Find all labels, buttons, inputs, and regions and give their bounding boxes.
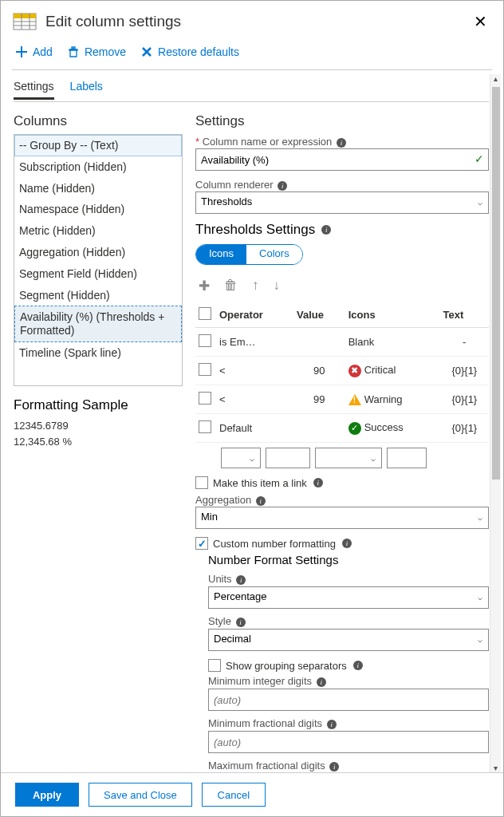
column-item[interactable]: Segment (Hidden) <box>14 285 182 306</box>
cancel-button[interactable]: Cancel <box>202 783 266 807</box>
success-icon: ✓ <box>348 422 361 435</box>
thresholds-table: Operator Value Icons Text is Em… Blank -… <box>195 302 489 443</box>
info-icon[interactable]: i <box>321 225 331 235</box>
scrollbar[interactable]: ▴ ▾ <box>490 74 501 775</box>
info-icon[interactable]: i <box>256 496 266 506</box>
threshold-row[interactable]: is Em… Blank - <box>195 328 489 357</box>
units-select[interactable]: Percentage <box>208 586 489 609</box>
th-value: Value <box>293 302 345 328</box>
tab-settings[interactable]: Settings <box>14 80 54 100</box>
column-item[interactable]: Name (Hidden) <box>14 178 182 199</box>
row-checkbox[interactable] <box>199 392 211 405</box>
save-close-button[interactable]: Save and Close <box>89 783 192 807</box>
min-frac-label: Minimum fractional digits <box>208 717 322 729</box>
column-item[interactable]: Segment Field (Hidden) <box>14 263 182 285</box>
columns-title: Columns <box>14 113 183 129</box>
style-label: Style <box>208 615 231 627</box>
restore-button[interactable]: Restore defaults <box>140 45 239 58</box>
info-icon[interactable]: i <box>236 575 246 585</box>
select-all-checkbox[interactable] <box>199 307 211 320</box>
apply-button[interactable]: Apply <box>15 783 79 807</box>
row-checkbox[interactable] <box>199 334 211 347</box>
threshold-row[interactable]: < 90 ✖Critical {0}{1} <box>195 357 489 385</box>
add-label: Add <box>33 45 53 58</box>
column-item[interactable]: -- Group By -- (Text) <box>14 135 182 156</box>
column-item[interactable]: Metric (Hidden) <box>14 220 182 242</box>
column-item-selected[interactable]: Availability (%) (Thresholds + Formatted… <box>14 306 182 342</box>
restore-label: Restore defaults <box>158 45 239 58</box>
pill-icons[interactable]: Icons <box>196 245 246 264</box>
nfs-title: Number Format Settings <box>208 553 489 566</box>
remove-label: Remove <box>85 45 126 58</box>
pill-colors[interactable]: Colors <box>246 245 302 264</box>
col-name-label: Column name or expression <box>203 136 333 148</box>
make-link-label: Make this item a link <box>213 477 307 489</box>
threshold-row[interactable]: Default ✓Success {0}{1} <box>195 414 489 443</box>
info-icon[interactable]: i <box>313 478 323 487</box>
threshold-down-icon[interactable]: ↓ <box>274 278 281 294</box>
formatting-sample-raw: 12345.6789 <box>14 418 183 434</box>
tab-labels[interactable]: Labels <box>70 80 103 100</box>
th-icons: Icons <box>345 302 440 328</box>
scrollbar-thumb[interactable] <box>492 87 500 480</box>
new-text-input[interactable] <box>387 448 427 468</box>
aggregation-label: Aggregation <box>195 494 251 506</box>
add-button[interactable]: Add <box>15 45 53 58</box>
new-icon-select[interactable] <box>315 448 382 468</box>
units-label: Units <box>208 573 232 585</box>
info-icon[interactable]: i <box>327 720 337 729</box>
column-name-input[interactable] <box>195 148 489 171</box>
columns-list: -- Group By -- (Text) Subscription (Hidd… <box>14 134 183 386</box>
svg-rect-1 <box>14 14 36 18</box>
info-icon[interactable]: i <box>353 661 363 670</box>
min-frac-input[interactable] <box>208 731 489 753</box>
info-icon[interactable]: i <box>317 677 326 687</box>
critical-icon: ✖ <box>348 365 361 377</box>
row-checkbox[interactable] <box>199 363 211 376</box>
threshold-delete-icon[interactable]: 🗑 <box>224 278 238 294</box>
remove-button[interactable]: Remove <box>67 45 126 58</box>
column-item[interactable]: Namespace (Hidden) <box>14 199 182 220</box>
custom-format-checkbox[interactable] <box>195 537 208 550</box>
min-int-input[interactable] <box>208 689 489 711</box>
make-link-checkbox[interactable] <box>195 476 208 489</box>
column-item[interactable]: Timeline (Spark line) <box>14 342 182 364</box>
close-icon[interactable]: ✕ <box>469 10 492 33</box>
max-frac-label: Maximum fractional digits <box>208 760 325 772</box>
column-item[interactable]: Subscription (Hidden) <box>14 156 182 178</box>
renderer-label: Column renderer <box>195 179 274 191</box>
table-icon <box>12 9 37 34</box>
th-operator: Operator <box>216 302 293 328</box>
info-icon[interactable]: i <box>278 181 287 191</box>
valid-icon: ✓ <box>474 152 484 165</box>
warning-icon <box>348 394 361 405</box>
grouping-checkbox[interactable] <box>208 659 221 672</box>
thresholds-title: Thresholds Settings <box>195 222 315 238</box>
threshold-row[interactable]: < 99 Warning {0}{1} <box>195 385 489 414</box>
info-icon[interactable]: i <box>342 539 352 548</box>
formatting-sample-formatted: 12,345.68 % <box>14 434 183 450</box>
min-int-label: Minimum integer digits <box>208 675 312 687</box>
formatting-sample-title: Formatting Sample <box>14 397 183 413</box>
row-checkbox[interactable] <box>199 420 211 433</box>
grouping-label: Show grouping separators <box>226 660 347 672</box>
info-icon[interactable]: i <box>236 618 246 627</box>
custom-format-label: Custom number formatting <box>213 538 336 550</box>
renderer-select[interactable]: Thresholds <box>195 191 489 214</box>
aggregation-select[interactable]: Min <box>195 507 489 529</box>
scroll-up-icon[interactable]: ▴ <box>490 74 501 85</box>
style-select[interactable]: Decimal <box>208 629 489 651</box>
dialog-title: Edit column settings <box>45 13 181 30</box>
info-icon[interactable]: i <box>329 762 339 772</box>
info-icon[interactable]: i <box>337 138 346 148</box>
new-value-input[interactable] <box>266 448 310 468</box>
threshold-add-icon[interactable]: ✚ <box>199 278 210 294</box>
th-text: Text <box>440 302 489 328</box>
column-item[interactable]: Aggregation (Hidden) <box>14 242 182 263</box>
new-operator-select[interactable] <box>221 448 261 468</box>
thresholds-pills: Icons Colors <box>195 244 303 265</box>
settings-title: Settings <box>195 113 489 129</box>
threshold-up-icon[interactable]: ↑ <box>252 278 259 294</box>
